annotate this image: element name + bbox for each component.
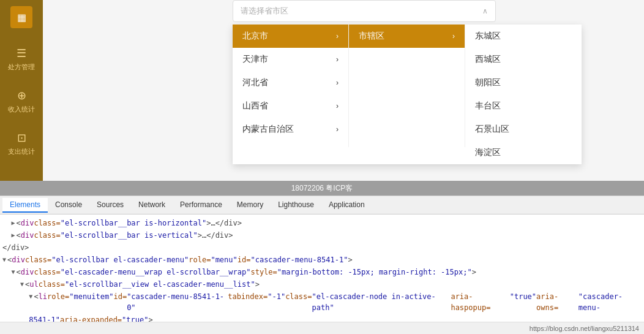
code-line-2[interactable]: ▶ <div class="el-scrollbar__bar is-verti…	[0, 229, 644, 241]
devtools-code-view: ▶ <div class="el-scrollbar__bar is-horiz…	[0, 214, 644, 322]
sidebar: ▦ ☰ 处方管理 ⊕ 收入统计 ⊡ 支出统计	[0, 0, 43, 181]
district-panel: 东城区 西城区 朝阳区 丰台区 石景山区 海淀区	[465, 25, 582, 164]
tab-elements[interactable]: Elements	[2, 198, 48, 213]
prescription-icon: ☰	[17, 47, 26, 60]
income-icon: ⊕	[17, 89, 26, 102]
district-item-xicheng[interactable]: 西城区	[465, 48, 582, 71]
arrow-icon: ›	[336, 125, 339, 134]
main-content: 请选择省市区 ∧ 北京市 › 天津市 › 河北省 ›	[43, 0, 644, 181]
district-item-shijingshan[interactable]: 石景山区	[465, 118, 582, 141]
arrow-icon: ›	[336, 32, 339, 40]
code-line-5[interactable]: ▼ <div class="el-cascader-menu__wrap el-…	[0, 266, 644, 278]
cascader-item-tianjin[interactable]: 天津市 ›	[233, 48, 348, 71]
code-line-7b[interactable]: 8541-1" aria-expanded="true">	[0, 314, 644, 322]
expense-icon: ⊡	[17, 131, 26, 145]
tab-memory[interactable]: Memory	[230, 198, 271, 213]
district-item-haidian[interactable]: 海淀区	[465, 141, 582, 164]
tab-sources[interactable]: Sources	[89, 198, 131, 213]
sidebar-item-expense[interactable]: ⊡ 支出统计	[0, 123, 43, 165]
tab-network[interactable]: Network	[131, 198, 173, 213]
tab-console[interactable]: Console	[48, 198, 89, 213]
code-line-6[interactable]: ▼ <ul class="el-scrollbar__view el-casca…	[0, 278, 644, 290]
code-line-7[interactable]: ▼ <li role="menuitem" id="cascader-menu-…	[0, 290, 644, 314]
district-item-dongcheng[interactable]: 东城区	[465, 25, 582, 48]
cascader-wrapper: 请选择省市区 ∧ 北京市 › 天津市 › 河北省 ›	[233, 0, 496, 22]
tab-application[interactable]: Application	[321, 198, 372, 213]
arrow-icon: ›	[336, 55, 339, 64]
cascader-item-beijing[interactable]: 北京市 ›	[233, 25, 348, 48]
devtools-footer: https://blog.csdn.net/liangxu5211314	[0, 322, 644, 334]
arrow-icon: ›	[452, 32, 455, 40]
tab-performance[interactable]: Performance	[173, 198, 230, 213]
cascader-item-hebei[interactable]: 河北省 ›	[233, 71, 348, 94]
cascader-input[interactable]: 请选择省市区 ∧	[233, 0, 496, 22]
cascader-item-shixiaqu[interactable]: 市辖区 ›	[349, 25, 465, 48]
cascader-placeholder: 请选择省市区	[241, 6, 288, 17]
code-line-1[interactable]: ▶ <div class="el-scrollbar__bar is-horiz…	[0, 217, 644, 229]
cascader-item-liaoning[interactable]: 辽宁省 ›	[233, 141, 348, 147]
sidebar-logo: ▦	[10, 6, 32, 28]
city-panel: 市辖区 ›	[349, 25, 465, 147]
province-panel: 北京市 › 天津市 › 河北省 › 山西省 ›	[233, 25, 349, 147]
code-line-3[interactable]: </div>	[0, 241, 644, 254]
code-line-4[interactable]: ▼ <div class="el-scrollbar el-cascader-m…	[0, 254, 644, 266]
cascader-item-shanxi[interactable]: 山西省 ›	[233, 94, 348, 118]
arrow-icon: ›	[336, 78, 339, 87]
cascader-arrow-icon: ∧	[482, 7, 488, 15]
devtools-panel: Elements Console Sources Network Perform…	[0, 195, 644, 334]
cascader-dropdown: 北京市 › 天津市 › 河北省 › 山西省 ›	[233, 25, 582, 164]
tab-lighthouse[interactable]: Lighthouse	[271, 198, 321, 213]
cascader-item-neimenggu[interactable]: 内蒙古自治区 ›	[233, 118, 348, 141]
footer-bar: 18072206 粤ICP客	[0, 181, 644, 195]
district-item-chaoyang[interactable]: 朝阳区	[465, 71, 582, 94]
sidebar-item-prescription[interactable]: ☰ 处方管理	[0, 38, 43, 80]
devtools-tabs: Elements Console Sources Network Perform…	[0, 196, 644, 214]
sidebar-item-income[interactable]: ⊕ 收入统计	[0, 80, 43, 123]
district-item-fengtai[interactable]: 丰台区	[465, 94, 582, 118]
arrow-icon: ›	[336, 102, 339, 110]
